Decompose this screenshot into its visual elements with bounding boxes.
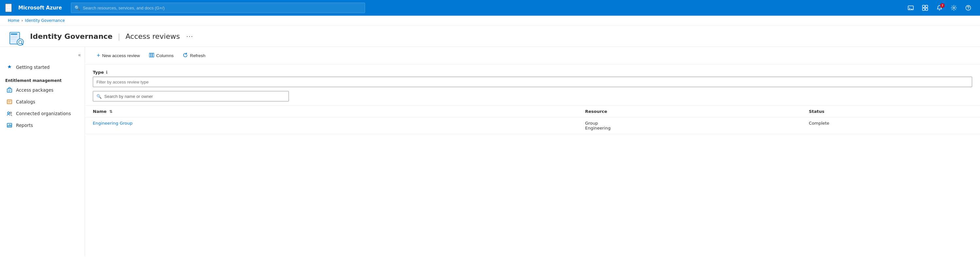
search-icon: 🔍 [75,5,80,10]
svg-rect-17 [7,100,12,104]
access-packages-icon [6,87,13,93]
sidebar-item-access-packages[interactable]: Access packages [0,84,84,96]
sidebar-item-reports[interactable]: Reports [0,119,84,131]
notification-badge: 7 [940,3,945,8]
refresh-icon [183,52,188,59]
search-wrap: 🔍 [85,90,980,106]
page-title: Identity Governance [30,32,113,40]
search-input-inner: 🔍 [93,91,289,101]
column-resource: Resource [577,106,801,117]
plus-icon: + [97,52,100,59]
catalogs-icon [6,98,13,105]
global-search-input[interactable] [83,6,361,10]
notifications-button[interactable]: 7 [933,1,946,14]
help-button[interactable] [962,1,975,14]
nav-icon-group: 7 [904,1,975,14]
content-area: + New access review Columns Refresh Type… [85,47,980,256]
sidebar-item-label: Access packages [16,87,54,93]
svg-rect-11 [11,37,18,38]
sidebar-item-label: Reports [16,123,33,128]
page-icon [8,30,25,47]
breadcrumb-identity-governance[interactable]: Identity Governance [25,18,65,23]
filter-type-label: Type ℹ [93,70,972,75]
search-input[interactable] [104,94,285,99]
cloud-shell-button[interactable] [904,1,917,14]
refresh-label: Refresh [190,53,205,58]
table-row[interactable]: Engineering Group Group Engineering Comp… [85,117,980,134]
breadcrumb-separator-1: › [21,18,23,23]
sidebar: « Getting started Entitlement management… [0,47,85,256]
sidebar-item-label: Getting started [16,65,50,70]
sidebar-item-catalogs[interactable]: Catalogs [0,96,84,108]
cell-status: Complete [801,117,980,134]
svg-point-5 [953,7,955,9]
svg-point-19 [10,112,12,114]
columns-button[interactable]: Columns [145,51,177,61]
svg-rect-12 [11,39,15,40]
sidebar-section-entitlement: Entitlement management [0,73,84,84]
svg-rect-21 [8,125,8,127]
svg-rect-22 [9,124,10,127]
page-subtitle: Access reviews [126,32,180,40]
column-name[interactable]: Name ⇅ [85,106,577,117]
cell-name: Engineering Group [85,117,577,134]
reports-icon [6,122,13,128]
settings-button[interactable] [947,1,960,14]
svg-rect-1 [923,5,925,8]
header-divider: | [118,32,120,40]
cell-resource: Group Engineering [577,117,801,134]
filter-type-input[interactable] [93,77,972,87]
breadcrumb: Home › Identity Governance [0,16,980,26]
getting-started-icon [6,64,13,70]
brand-name: Microsoft Azure [18,5,62,11]
top-navigation: ☰ Microsoft Azure 🔍 7 [0,0,980,16]
svg-rect-10 [11,36,18,36]
breadcrumb-home[interactable]: Home [8,18,19,23]
portal-button[interactable] [919,1,932,14]
sidebar-item-getting-started[interactable]: Getting started [0,61,84,73]
search-icon: 🔍 [96,94,102,99]
toolbar: + New access review Columns Refresh [85,47,980,65]
hamburger-menu-button[interactable]: ☰ [5,3,12,12]
new-access-review-button[interactable]: + New access review [93,50,144,61]
svg-rect-23 [10,125,11,127]
columns-icon [149,52,154,59]
svg-point-7 [968,9,969,9]
sidebar-item-label: Catalogs [16,99,35,104]
sidebar-item-label: Connected organizations [16,111,71,116]
svg-rect-3 [923,8,925,10]
sort-icon: ⇅ [110,109,113,114]
sidebar-item-connected-organizations[interactable]: Connected organizations [0,108,84,119]
new-access-review-label: New access review [102,53,140,58]
sidebar-collapse: « [0,50,84,61]
row-name-link[interactable]: Engineering Group [93,121,133,126]
refresh-button[interactable]: Refresh [179,51,209,61]
resource-line2: Engineering [585,126,793,131]
access-reviews-table: Name ⇅ Resource Status Engineering Group… [85,106,980,134]
svg-point-18 [8,112,10,114]
table-header: Name ⇅ Resource Status [85,106,980,117]
svg-rect-24 [150,53,151,57]
info-icon: ℹ [106,70,108,75]
page-header-text: Identity Governance | Access reviews ··· [30,32,196,45]
svg-rect-4 [926,8,928,10]
connected-organizations-icon [6,110,13,117]
collapse-sidebar-button[interactable]: « [77,51,82,59]
more-options-button[interactable]: ··· [184,32,196,41]
resource-line1: Group [585,121,793,126]
column-status: Status [801,106,980,117]
svg-rect-9 [11,33,18,35]
page-header: Identity Governance | Access reviews ··· [0,26,980,47]
global-search-bar: 🔍 [71,3,365,13]
table-body: Engineering Group Group Engineering Comp… [85,117,980,134]
svg-rect-2 [926,5,928,8]
svg-rect-25 [151,53,152,57]
filter-section: Type ℹ [85,65,980,90]
svg-rect-26 [153,53,154,57]
main-layout: « Getting started Entitlement management… [0,47,980,256]
columns-label: Columns [156,53,173,58]
